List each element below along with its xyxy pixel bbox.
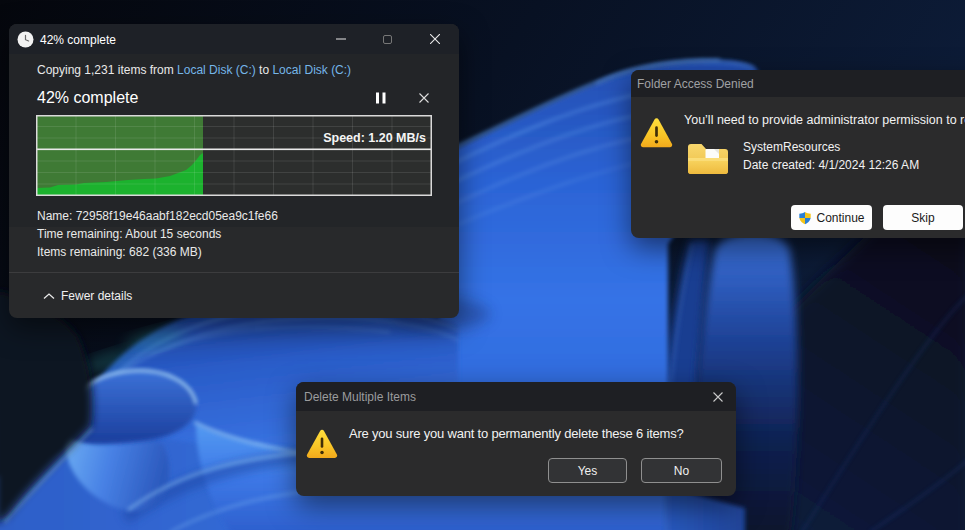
svg-text:Speed: 1.20 MB/s: Speed: 1.20 MB/s (323, 131, 426, 145)
